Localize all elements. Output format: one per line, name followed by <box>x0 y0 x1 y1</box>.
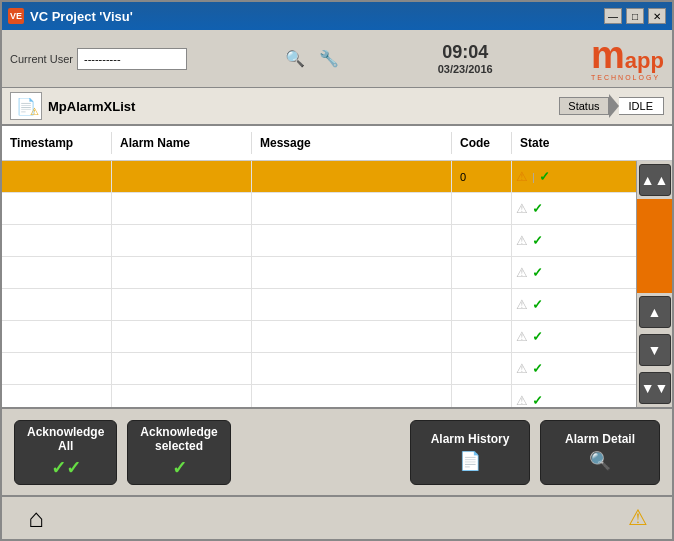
cell-code <box>452 289 512 320</box>
alarm-detail-button[interactable]: Alarm Detail 🔍 <box>540 420 660 485</box>
alert-dim-icon: ⚠ <box>516 233 528 248</box>
col-state: State <box>512 132 672 154</box>
cell-state: ⚠ ✓ <box>512 353 572 384</box>
cell-alarm-name <box>112 353 252 384</box>
close-button[interactable]: ✕ <box>648 8 666 24</box>
time-section: 09:04 03/23/2016 <box>438 42 493 75</box>
alert-dim-icon: ⚠ <box>516 201 528 216</box>
cell-alarm-name <box>112 193 252 224</box>
cell-message <box>252 353 452 384</box>
mapp-logo: m app TECHNOLOGY <box>591 36 664 81</box>
check-icon: ✓ <box>532 393 543 407</box>
cell-state: ⚠ ✓ <box>512 225 572 256</box>
home-button[interactable]: ⌂ <box>18 503 54 533</box>
cell-code <box>452 385 512 407</box>
status-value: IDLE <box>619 97 664 115</box>
table-row[interactable]: ⚠ ✓ <box>2 321 636 353</box>
cell-message <box>252 385 452 407</box>
cell-state: ⚠ ✓ <box>512 321 572 352</box>
cell-state: ⚠ | ✓ <box>512 161 572 192</box>
component-status: Status IDLE <box>559 94 664 118</box>
scroll-top-button[interactable]: ▲▲ <box>639 164 671 196</box>
table-row[interactable]: ⚠ ✓ <box>2 193 636 225</box>
table-header: Timestamp Alarm Name Message Code State <box>2 126 672 161</box>
cell-alarm-name <box>112 225 252 256</box>
settings-icon[interactable]: 🔧 <box>319 49 339 68</box>
acknowledge-selected-button[interactable]: Acknowledge selected ✓ <box>127 420 230 485</box>
cell-timestamp <box>2 257 112 288</box>
status-label: Status <box>559 97 608 115</box>
acknowledge-selected-label: Acknowledge selected <box>140 425 217 453</box>
date-display: 03/23/2016 <box>438 63 493 75</box>
component-name: MpAlarmXList <box>48 99 135 114</box>
alert-dim-icon: ⚠ <box>516 393 528 407</box>
cell-code: 0 <box>452 161 512 192</box>
scroll-down-button[interactable]: ▼ <box>639 334 671 366</box>
main-content: Timestamp Alarm Name Message Code State … <box>2 126 672 407</box>
alarm-history-button[interactable]: Alarm History 📄 <box>410 420 530 485</box>
user-section: Current User <box>10 48 187 70</box>
cell-state: ⚠ ✓ <box>512 385 572 407</box>
time-display: 09:04 <box>438 42 493 63</box>
alert-dim-icon: ⚠ <box>516 329 528 344</box>
scroll-track <box>637 199 672 293</box>
check-green-icon: ✓ <box>172 457 187 479</box>
checkmarks-icon: ✓✓ <box>51 457 81 479</box>
acknowledge-all-button[interactable]: Acknowledge All ✓✓ <box>14 420 117 485</box>
table-row[interactable]: 0 ⚠ | ✓ <box>2 161 636 193</box>
alert-dim-icon: ⚠ <box>516 297 528 312</box>
check-icon: ✓ <box>532 233 543 248</box>
main-window: VE VC Project 'Visu' — □ ✕ Current User … <box>0 0 674 541</box>
cell-alarm-name <box>112 161 252 192</box>
cell-timestamp <box>2 193 112 224</box>
maximize-button[interactable]: □ <box>626 8 644 24</box>
table-row[interactable]: ⚠ ✓ <box>2 257 636 289</box>
cell-message <box>252 161 452 192</box>
col-timestamp: Timestamp <box>2 132 112 154</box>
cell-message <box>252 193 452 224</box>
bottom-area: Acknowledge All ✓✓ Acknowledge selected … <box>2 407 672 495</box>
table-row[interactable]: ⚠ ✓ <box>2 289 636 321</box>
warning-button[interactable]: ⚠ <box>620 503 656 533</box>
document-icon: 📄 <box>459 450 481 472</box>
minimize-button[interactable]: — <box>604 8 622 24</box>
scroll-bottom-button[interactable]: ▼▼ <box>639 372 671 404</box>
cell-message <box>252 225 452 256</box>
table-row[interactable]: ⚠ ✓ <box>2 385 636 407</box>
user-input[interactable] <box>77 48 187 70</box>
cell-code <box>452 321 512 352</box>
alert-triangle-icon: ⚠ <box>516 169 528 184</box>
alarm-history-label: Alarm History <box>431 432 510 446</box>
cell-timestamp <box>2 385 112 407</box>
alarm-detail-label: Alarm Detail <box>565 432 635 446</box>
cell-message <box>252 321 452 352</box>
cell-message <box>252 289 452 320</box>
cell-timestamp <box>2 289 112 320</box>
mapp-rest-letters: app <box>625 50 664 72</box>
table-row[interactable]: ⚠ ✓ <box>2 225 636 257</box>
cell-code <box>452 257 512 288</box>
cell-alarm-name <box>112 385 252 407</box>
component-bar: 📄 ⚠ MpAlarmXList Status IDLE <box>2 88 672 126</box>
mapp-m-letter: m <box>591 36 625 74</box>
pipe-divider: | <box>532 171 535 183</box>
search-icon[interactable]: 🔍 <box>285 49 305 68</box>
table-wrapper: 0 ⚠ | ✓ ⚠ ✓ <box>2 161 672 407</box>
acknowledge-all-label: Acknowledge All <box>27 425 104 453</box>
cell-alarm-name <box>112 289 252 320</box>
check-icon: ✓ <box>532 361 543 376</box>
cell-alarm-name <box>112 321 252 352</box>
cell-state: ⚠ ✓ <box>512 257 572 288</box>
cell-code <box>452 225 512 256</box>
cell-timestamp <box>2 353 112 384</box>
scroll-up-button[interactable]: ▲ <box>639 296 671 328</box>
table-row[interactable]: ⚠ ✓ <box>2 353 636 385</box>
table-inner: 0 ⚠ | ✓ ⚠ ✓ <box>2 161 636 407</box>
status-arrow <box>609 94 619 118</box>
cell-message <box>252 257 452 288</box>
alert-dim-icon: ⚠ <box>516 265 528 280</box>
cell-state: ⚠ ✓ <box>512 289 572 320</box>
warning-badge-icon: ⚠ <box>30 106 39 117</box>
component-icon: 📄 ⚠ <box>10 92 42 120</box>
window-title: VC Project 'Visu' <box>30 9 133 24</box>
